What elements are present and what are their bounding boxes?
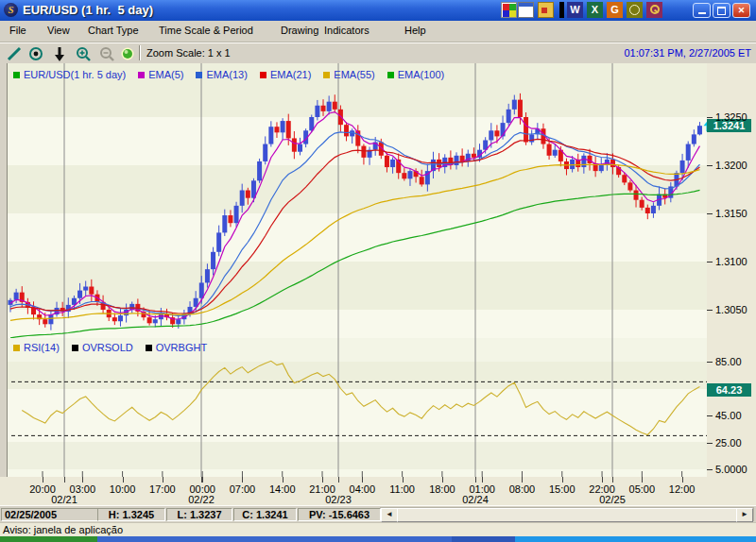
time-axis-tick [283, 477, 284, 483]
status-bar: ◄ ► 02/25/2005 16:00:00H: 1.3245L: 1.323… [0, 505, 756, 523]
status-light-icon[interactable] [119, 45, 136, 62]
aviso-text: Aviso: janela de aplicação [3, 524, 123, 535]
date-label: 02/22 [188, 494, 215, 505]
candle [645, 208, 650, 213]
candle [361, 146, 366, 158]
client-left-border [0, 63, 8, 477]
horizontal-scrollbar[interactable]: ◄ ► [380, 507, 754, 521]
price-tick-dash [707, 262, 713, 263]
legend-item-label: EMA(21) [270, 69, 311, 80]
candle [472, 154, 476, 158]
scroll-right-arrow-icon[interactable]: ► [736, 508, 753, 522]
orange-app-icon[interactable]: G [607, 2, 623, 18]
trendline-tool-icon[interactable] [6, 45, 23, 62]
time-axis-tick [43, 477, 43, 483]
tray-separator [559, 2, 564, 18]
app-icon[interactable]: S [4, 3, 18, 17]
legend-item-swatch-icon [387, 72, 394, 78]
status-close: C: 1.3241 [233, 508, 297, 521]
zoom-out-icon[interactable] [98, 45, 115, 62]
chart-plot-area[interactable]: EUR/USD(1 hr. 5 day)EMA(5)EMA(13)EMA(21)… [8, 63, 707, 477]
candle [257, 161, 262, 180]
candle [651, 206, 656, 213]
time-axis-tick [202, 477, 203, 483]
restore-button[interactable] [713, 3, 730, 18]
minimize-button[interactable] [693, 3, 711, 18]
candle [494, 130, 499, 136]
price-tick-label: 1.3150 [715, 208, 756, 219]
time-axis-tick [442, 477, 443, 483]
rsi-tick-dash [707, 362, 713, 363]
date-gridline-tick [612, 477, 613, 483]
candle [524, 117, 528, 143]
rsi-tick-dash [707, 443, 713, 444]
rsi-tick-label: 25.00 [715, 437, 756, 449]
rsi-band [8, 389, 707, 442]
candle [327, 102, 332, 111]
candle [89, 287, 94, 295]
rsi-chart[interactable] [8, 338, 707, 477]
candle [692, 134, 696, 144]
taskbar-area[interactable] [515, 536, 756, 542]
close-button[interactable]: ✕ [732, 3, 750, 18]
time-tick-label: 10:00 [110, 483, 136, 495]
price-band [8, 262, 707, 310]
excel-icon[interactable]: X [587, 2, 603, 18]
menu-item-chart-type[interactable]: Chart Type [88, 25, 139, 36]
rsi-legend-item-swatch-icon [13, 345, 20, 351]
candle [268, 127, 273, 144]
price-tick-dash [707, 165, 713, 166]
legend-item-label: EMA(5) [148, 69, 183, 80]
taskbar-button[interactable] [97, 536, 452, 542]
program-window-icon[interactable] [518, 2, 534, 18]
zoom-in-icon[interactable] [75, 45, 92, 62]
scroll-left-arrow-icon[interactable]: ◄ [381, 508, 398, 522]
time-axis-tick [82, 477, 83, 483]
crosshair-tool-icon[interactable] [27, 45, 44, 62]
taskbar-button[interactable] [452, 536, 515, 542]
menu-bar: FileViewChart TypeTime Scale & PeriodDra… [0, 21, 756, 42]
time-axis-tick [562, 477, 563, 483]
rsi-value-badge: 64.23 [707, 383, 751, 397]
time-tick-label: 12:00 [669, 483, 696, 495]
candle [455, 156, 459, 165]
candle [274, 127, 279, 132]
time-tick-label: 04:00 [350, 483, 376, 495]
menu-item-drawing[interactable]: Drawing [281, 25, 318, 36]
candle [222, 215, 227, 232]
candle [228, 215, 232, 223]
key-icon[interactable] [646, 2, 662, 18]
price-tick-dash [707, 213, 713, 214]
candle [118, 315, 123, 321]
time-tick-label: 18:00 [429, 483, 455, 495]
time-axis-tick [362, 477, 363, 483]
candle [627, 182, 632, 190]
app-window: S EUR/USD (1 hr. 5 day) W X G ✕ FileView… [0, 0, 756, 542]
scrollbar-thumb[interactable] [397, 508, 740, 522]
price-chart[interactable] [8, 63, 707, 338]
menu-item-indicators[interactable]: Indicators [324, 25, 369, 36]
clock-icon[interactable] [627, 2, 643, 18]
word-icon[interactable]: W [567, 2, 583, 18]
rsi-legend-item-label: OVRBGHT [156, 342, 207, 353]
time-axis-tick [602, 477, 603, 483]
candle [350, 130, 354, 136]
rsi-tick-dash [707, 469, 713, 470]
down-arrow-tool-icon[interactable] [51, 45, 68, 62]
status-low: L: 1.3237 [166, 508, 232, 521]
folder-icon[interactable] [538, 2, 554, 18]
candle [680, 161, 685, 173]
color-grid-icon[interactable] [501, 2, 517, 18]
time-axis-tick [123, 477, 124, 483]
menu-item-file[interactable]: File [9, 25, 26, 36]
time-axis-tick [163, 477, 163, 483]
taskbar-start-button[interactable] [0, 536, 97, 542]
time-tick-label: 07:00 [230, 483, 256, 495]
candle [263, 144, 267, 161]
menu-item-help[interactable]: Help [404, 25, 426, 36]
menu-item-time-scale-period[interactable]: Time Scale & Period [159, 25, 253, 36]
menu-item-view[interactable]: View [47, 25, 70, 36]
rsi-legend-item-label: RSI(14) [24, 342, 60, 353]
legend-item-label: EMA(100) [398, 69, 445, 80]
candle [529, 134, 534, 142]
